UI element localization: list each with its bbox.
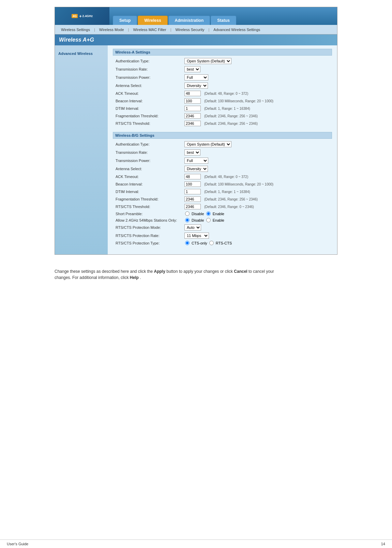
label-beacon-a: Beacon Interval:	[113, 99, 184, 103]
sub-nav-advanced-wireless[interactable]: Advanced Wireless Settings	[210, 27, 263, 33]
label-tx-power-a: Transmission Power:	[113, 75, 184, 79]
field-row-allow-54mbps: Allow 2.4GHz 54Mbps Stations Only: Disab…	[113, 218, 332, 223]
field-row-dtim-a: DTIM Interval: (Default: 1, Range: 1 ~ 1…	[113, 105, 332, 112]
input-rts-bg[interactable]	[184, 204, 201, 209]
hint-rts-bg: (Default: 2346, Range: 0 ~ 2346)	[204, 205, 254, 209]
input-ack-bg[interactable]	[184, 174, 201, 179]
radio-allow-54mbps-disable[interactable]	[185, 218, 190, 222]
nav-tab-status[interactable]: Status	[211, 16, 236, 25]
nav-tab-administration[interactable]: Administration	[168, 16, 210, 25]
select-auth-type-bg[interactable]: Open System (Default) Shared Key	[184, 141, 231, 147]
control-tx-power-a: Full Half	[184, 74, 208, 80]
field-row-ack-a: ACK Timeout: (Default: 48, Range: 0 ~ 37…	[113, 90, 332, 97]
control-rts-bg: (Default: 2346, Range: 0 ~ 2346)	[184, 204, 254, 209]
control-dtim-bg: (Default: 1, Range: 1 ~ 16384)	[184, 189, 250, 194]
footer: User's Guide 14	[0, 539, 392, 548]
control-allow-54mbps: Disable Enable	[184, 218, 224, 222]
select-antenna-bg[interactable]: Diversity Left Right	[184, 166, 208, 172]
select-tx-rate-bg[interactable]: best 1	[184, 149, 200, 155]
field-row-antenna-bg: Antenna Select: Diversity Left Right	[113, 165, 332, 172]
field-row-rts-bg: RTS/CTS Threshold: (Default: 2346, Range…	[113, 204, 332, 210]
header: 4G + 2.4GHz Setup Wireless Administratio…	[55, 7, 337, 25]
control-beacon-a: (Default: 100 Milliseconds, Range: 20 ~ …	[184, 98, 273, 104]
input-dtim-a[interactable]	[184, 106, 201, 111]
logo-area: 4G + 2.4GHz	[55, 7, 109, 25]
sub-nav: Wireless Settings | Wireless Mode | Wire…	[55, 25, 337, 34]
select-tx-power-a[interactable]: Full Half	[184, 74, 208, 80]
label-protection-type: RTS/CTS Protection Type:	[113, 241, 184, 245]
label-short-preamble-disable: Disable	[192, 212, 204, 216]
control-protection-mode: Auto Off	[184, 224, 201, 231]
control-frag-a: (Default: 2346, Range: 256 ~ 2346)	[184, 113, 258, 119]
control-tx-rate-bg: best 1	[184, 149, 200, 155]
hint-ack-a: (Default: 48, Range: 0 ~ 372)	[204, 92, 248, 95]
control-auth-type-bg: Open System (Default) Shared Key	[184, 141, 231, 147]
select-auth-type-a[interactable]: Open System (Default) Shared Key	[184, 58, 231, 64]
bottom-text-apply: Apply	[154, 269, 165, 274]
control-antenna-a: Diversity Left Right	[184, 83, 208, 89]
control-ack-a: (Default: 48, Range: 0 ~ 372)	[184, 91, 248, 96]
select-antenna-a[interactable]: Diversity Left Right	[184, 83, 208, 89]
field-row-protection-mode: RTS/CTS Protection Mode: Auto Off	[113, 224, 332, 231]
select-protection-rate[interactable]: 11 Mbps 5.5 Mbps 2 Mbps 1 Mbps	[184, 233, 209, 239]
main-content: Wireless-A Settings Authentication Type:…	[108, 45, 337, 254]
label-rts-bg: RTS/CTS Threshold:	[113, 205, 184, 209]
control-auth-type-a: Open System (Default) Shared Key	[184, 58, 231, 64]
nav-tab-setup[interactable]: Setup	[113, 16, 137, 25]
hint-beacon-bg: (Default: 100 Milliseconds, Range: 20 ~ …	[204, 182, 273, 186]
label-antenna-bg: Antenna Select:	[113, 167, 184, 171]
sub-nav-wireless-mac-filter[interactable]: Wireless MAC Filter	[130, 27, 169, 33]
control-dtim-a: (Default: 1, Range: 1 ~ 16384)	[184, 106, 250, 111]
label-dtim-bg: DTIM Interval:	[113, 190, 184, 194]
spacer	[0, 287, 392, 539]
radio-short-preamble-enable[interactable]	[206, 211, 211, 216]
label-tx-power-bg: Transmission Power:	[113, 159, 184, 163]
brand-name: Wireless A+G	[59, 37, 94, 43]
router-ui: 4G + 2.4GHz Setup Wireless Administratio…	[55, 7, 337, 255]
input-beacon-bg[interactable]	[184, 181, 201, 187]
field-row-rts-a: RTS/CTS Threshold: (Default: 2346, Range…	[113, 120, 332, 127]
input-ack-a[interactable]	[184, 91, 201, 96]
field-row-antenna-a: Antenna Select: Diversity Left Right	[113, 82, 332, 89]
label-beacon-bg: Beacon Interval:	[113, 182, 184, 186]
wireless-a-group: Wireless-A Settings Authentication Type:…	[113, 49, 332, 127]
label-ack-a: ACK Timeout:	[113, 91, 184, 95]
sub-nav-wireless-settings[interactable]: Wireless Settings	[58, 27, 93, 33]
brand-bar: Wireless A+G	[55, 34, 337, 45]
field-row-auth-type-bg: Authentication Type: Open System (Defaul…	[113, 141, 332, 148]
bottom-text-period: .	[140, 275, 141, 280]
nav-tab-wireless[interactable]: Wireless	[138, 16, 167, 25]
radio-allow-54mbps-enable[interactable]	[206, 218, 211, 222]
select-tx-rate-a[interactable]: best 1 2	[184, 66, 200, 72]
sub-nav-wireless-mode[interactable]: Wireless Mode	[96, 27, 127, 33]
field-row-frag-a: Fragmentation Threshold: (Default: 2346,…	[113, 113, 332, 119]
input-beacon-a[interactable]	[184, 98, 201, 104]
control-short-preamble: Disable Enable	[184, 211, 224, 216]
input-frag-bg[interactable]	[184, 196, 201, 202]
field-row-short-preamble: Short Preamble: Disable Enable	[113, 211, 332, 216]
control-frag-bg: (Default: 2346, Range: 256 ~ 2346)	[184, 196, 258, 202]
hint-dtim-a: (Default: 1, Range: 1 ~ 16384)	[204, 107, 250, 110]
input-frag-a[interactable]	[184, 113, 201, 119]
control-protection-type: CTS-only RTS-CTS	[184, 241, 232, 245]
label-short-preamble: Short Preamble:	[113, 212, 184, 216]
select-tx-power-bg[interactable]: Full Half	[184, 158, 208, 164]
label-protection-type-rts-cts: RTS-CTS	[216, 241, 232, 245]
control-antenna-bg: Diversity Left Right	[184, 166, 208, 172]
label-frag-bg: Fragmentation Threshold:	[113, 197, 184, 201]
wireless-bg-group: Wireless-B/G Settings Authentication Typ…	[113, 132, 332, 246]
field-row-tx-rate-bg: Transmission Rate: best 1	[113, 149, 332, 156]
radio-protection-type-cts-only[interactable]	[185, 241, 190, 245]
control-rts-a: (Default: 2346, Range: 256 ~ 2346)	[184, 121, 258, 126]
select-protection-mode[interactable]: Auto Off	[184, 224, 201, 231]
control-protection-rate: 11 Mbps 5.5 Mbps 2 Mbps 1 Mbps	[184, 233, 209, 239]
sub-nav-wireless-security[interactable]: Wireless Security	[172, 27, 208, 33]
radio-short-preamble-disable[interactable]	[185, 211, 190, 216]
input-dtim-bg[interactable]	[184, 189, 201, 194]
hint-dtim-bg: (Default: 1, Range: 1 ~ 16384)	[204, 190, 250, 194]
sidebar: Advanced Wireless	[55, 45, 108, 254]
field-row-frag-bg: Fragmentation Threshold: (Default: 2346,…	[113, 196, 332, 202]
label-tx-rate-bg: Transmission Rate:	[113, 150, 184, 154]
radio-protection-type-rts-cts[interactable]	[209, 241, 214, 245]
input-rts-a[interactable]	[184, 121, 201, 126]
